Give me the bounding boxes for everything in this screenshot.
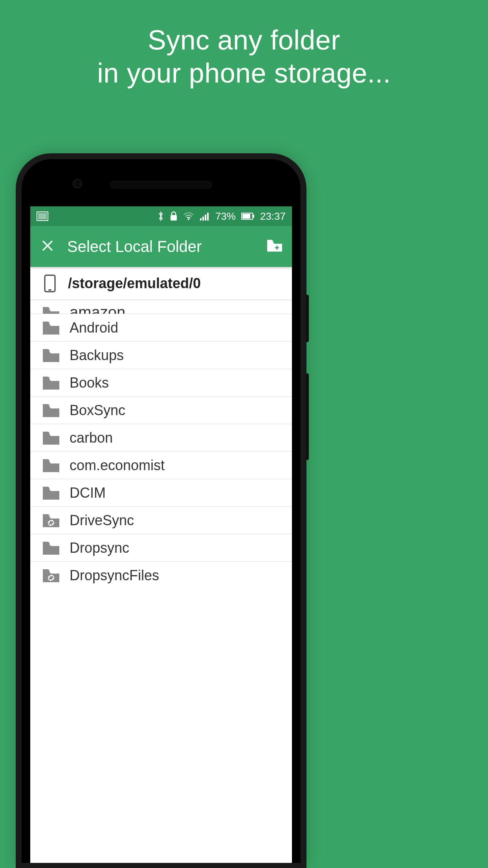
folder-row[interactable]: DriveSync	[30, 507, 292, 534]
folder-name: amazon	[70, 304, 125, 314]
svg-rect-5	[202, 217, 204, 221]
folder-icon	[42, 458, 60, 473]
current-path: /storage/emulated/0	[68, 275, 201, 292]
folder-row[interactable]: Backups	[30, 342, 292, 369]
svg-rect-10	[253, 215, 254, 218]
folder-icon	[42, 306, 60, 314]
headline-line2: in your phone storage...	[0, 57, 488, 90]
folder-icon	[42, 348, 60, 363]
new-folder-icon	[266, 239, 283, 254]
svg-rect-12	[48, 289, 51, 291]
folder-icon	[42, 375, 60, 390]
svg-rect-6	[205, 215, 206, 221]
svg-point-3	[188, 219, 189, 220]
folder-row[interactable]: Android	[30, 314, 292, 342]
folder-name: Backups	[70, 347, 124, 364]
promo-headline: Sync any folder in your phone storage...	[0, 0, 488, 90]
folder-name: DCIM	[70, 485, 106, 501]
wifi-icon	[183, 212, 194, 221]
battery-percent: 73%	[215, 210, 236, 223]
folder-row[interactable]: BoxSync	[30, 397, 292, 424]
close-icon	[41, 239, 54, 254]
folder-icon	[42, 320, 60, 335]
svg-rect-9	[242, 214, 250, 219]
folder-name: Books	[70, 375, 109, 391]
status-bar: 73% 23:37	[30, 206, 292, 226]
battery-icon	[241, 212, 255, 220]
device-icon	[42, 274, 58, 292]
folder-icon	[42, 430, 60, 445]
svg-rect-7	[207, 213, 209, 221]
svg-rect-4	[200, 218, 202, 221]
phone-speaker	[110, 181, 212, 189]
folder-row[interactable]: DropsyncFiles	[30, 562, 292, 589]
folder-row[interactable]: amazon	[30, 300, 292, 314]
phone-side-button	[306, 373, 309, 460]
bluetooth-icon	[157, 211, 164, 222]
signal-icon	[200, 212, 210, 221]
folder-name: DropsyncFiles	[70, 567, 159, 584]
close-button[interactable]	[38, 237, 57, 256]
svg-rect-11	[45, 275, 55, 292]
folder-icon	[42, 485, 60, 500]
svg-rect-1	[38, 213, 47, 219]
app-bar: Select Local Folder	[30, 226, 292, 267]
phone-side-button	[306, 295, 309, 342]
folder-row[interactable]: carbon	[30, 424, 292, 452]
headline-line1: Sync any folder	[0, 24, 488, 57]
folder-name: Android	[70, 320, 118, 336]
path-bar[interactable]: /storage/emulated/0	[30, 267, 292, 300]
status-time: 23:37	[260, 210, 286, 223]
phone-camera	[73, 179, 82, 188]
folder-icon	[42, 403, 60, 418]
svg-rect-2	[171, 215, 177, 221]
folder-row[interactable]: DCIM	[30, 479, 292, 507]
lock-icon	[170, 211, 178, 221]
phone-screen: 73% 23:37 Select Local Folder	[30, 206, 292, 863]
folder-row[interactable]: com.economist	[30, 452, 292, 479]
folder-sync-icon	[42, 513, 60, 528]
phone-mockup: 73% 23:37 Select Local Folder	[16, 153, 306, 868]
folder-list[interactable]: amazonAndroidBackupsBooksBoxSynccarbonco…	[30, 300, 292, 589]
folder-name: DriveSync	[70, 512, 134, 529]
screenshot-icon	[37, 211, 48, 221]
folder-name: carbon	[70, 430, 113, 446]
folder-row[interactable]: Books	[30, 369, 292, 397]
folder-name: com.economist	[70, 457, 165, 474]
app-bar-title: Select Local Folder	[67, 238, 265, 256]
folder-icon	[42, 541, 60, 555]
folder-name: BoxSync	[70, 402, 125, 419]
folder-row[interactable]: Dropsync	[30, 534, 292, 562]
new-folder-button[interactable]	[265, 237, 284, 256]
folder-sync-icon	[42, 568, 60, 583]
folder-name: Dropsync	[70, 540, 129, 556]
